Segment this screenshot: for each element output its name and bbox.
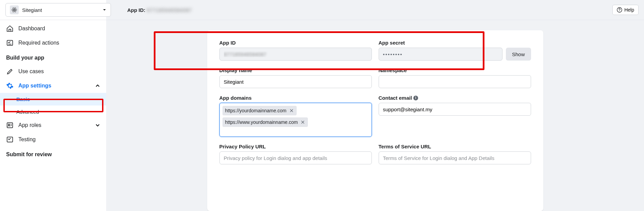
sidebar-label: Use cases — [18, 68, 44, 75]
svg-rect-8 — [7, 123, 13, 128]
app-id-value: 877185946584087 — [147, 7, 192, 13]
pencil-icon — [6, 68, 14, 75]
show-secret-button[interactable]: Show — [506, 48, 531, 61]
app-domains-label: App domains — [219, 95, 372, 101]
caret-down-icon — [102, 8, 106, 12]
sidebar-subitem-advanced[interactable]: Advanced — [0, 106, 106, 118]
help-label: Help — [624, 7, 634, 13]
sidebar-item-testing[interactable]: Testing — [0, 132, 106, 147]
svg-point-5 — [620, 11, 620, 11]
tos-url-input[interactable] — [379, 151, 531, 164]
contact-email-input[interactable] — [379, 103, 531, 116]
app-secret-field-label: App secret — [379, 40, 531, 46]
sidebar-item-required-actions[interactable]: Required actions — [0, 36, 106, 50]
privacy-url-input[interactable] — [219, 151, 372, 164]
display-name-label: Display name — [219, 67, 372, 73]
sidebar-heading-submit: Submit for review — [0, 147, 106, 161]
namespace-label: Namespace — [379, 67, 531, 73]
roles-icon — [6, 121, 14, 129]
sidebar-label: Required actions — [18, 40, 59, 46]
app-id-label: App ID: — [127, 7, 145, 13]
privacy-url-label: Privacy Policy URL — [219, 144, 372, 149]
domain-tag: https://www.yourdomainname.com — [222, 117, 308, 127]
sidebar-label: Testing — [18, 136, 36, 143]
namespace-input[interactable] — [379, 75, 531, 88]
display-name-input[interactable] — [219, 75, 372, 88]
checklist-icon — [6, 39, 14, 47]
sidebar-item-app-roles[interactable]: App roles — [0, 118, 106, 132]
sidebar: Dashboard Required actions Build your ap… — [0, 0, 106, 211]
help-button[interactable]: Help — [612, 5, 639, 15]
sidebar-label: App settings — [18, 83, 51, 89]
app-domains-input[interactable]: https://yourdomainname.com https://www.y… — [219, 103, 372, 137]
help-icon — [617, 7, 622, 13]
chevron-up-icon — [95, 83, 100, 88]
sidebar-sublabel: Basic — [16, 96, 30, 102]
gear-icon — [6, 82, 14, 90]
svg-point-0 — [14, 10, 15, 11]
sidebar-label: Dashboard — [18, 26, 45, 32]
app-selector-name: Sitegiant — [22, 7, 99, 13]
home-icon — [6, 25, 14, 32]
remove-tag-icon[interactable] — [300, 120, 305, 125]
svg-rect-6 — [7, 40, 13, 46]
settings-card: App ID App secret Show Display name — [207, 30, 543, 211]
main-content: App ID App secret Show Display name — [106, 0, 644, 211]
svg-point-9 — [8, 124, 10, 125]
sidebar-sublabel: Advanced — [16, 109, 39, 115]
tos-url-label: Terms of Service URL — [379, 144, 531, 149]
domain-tag: https://yourdomainname.com — [222, 106, 297, 115]
domain-tag-text: https://www.yourdomainname.com — [225, 119, 298, 125]
domain-tag-text: https://yourdomainname.com — [225, 108, 287, 113]
testing-icon — [6, 136, 14, 143]
app-selector-dropdown[interactable]: Sitegiant — [5, 3, 111, 17]
svg-rect-12 — [7, 137, 13, 142]
sidebar-heading-build: Build your app — [0, 50, 106, 64]
atom-icon — [10, 5, 19, 14]
app-id-input[interactable] — [219, 48, 372, 61]
contact-email-label: Contact email i — [379, 95, 531, 101]
sidebar-item-app-settings[interactable]: App settings — [0, 79, 106, 93]
sidebar-item-dashboard[interactable]: Dashboard — [0, 21, 106, 36]
chevron-down-icon — [95, 123, 100, 128]
sidebar-label: App roles — [18, 122, 42, 128]
app-id-field-label: App ID — [219, 40, 372, 46]
remove-tag-icon[interactable] — [289, 108, 294, 113]
app-secret-input[interactable] — [379, 48, 502, 61]
sidebar-item-use-cases[interactable]: Use cases — [0, 64, 106, 79]
sidebar-subitem-basic[interactable]: Basic — [0, 93, 106, 106]
info-icon[interactable]: i — [413, 96, 418, 100]
